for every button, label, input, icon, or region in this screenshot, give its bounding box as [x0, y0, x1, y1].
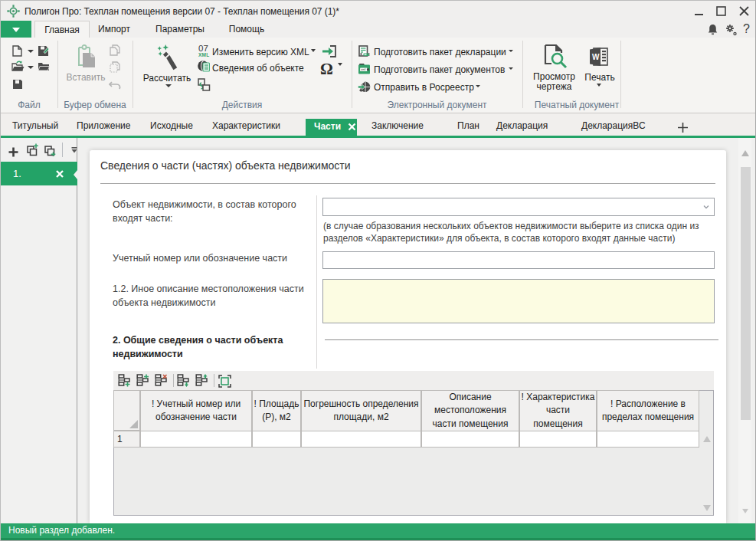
svg-text:xml: xml	[361, 67, 365, 71]
svg-text:W: W	[592, 53, 600, 61]
